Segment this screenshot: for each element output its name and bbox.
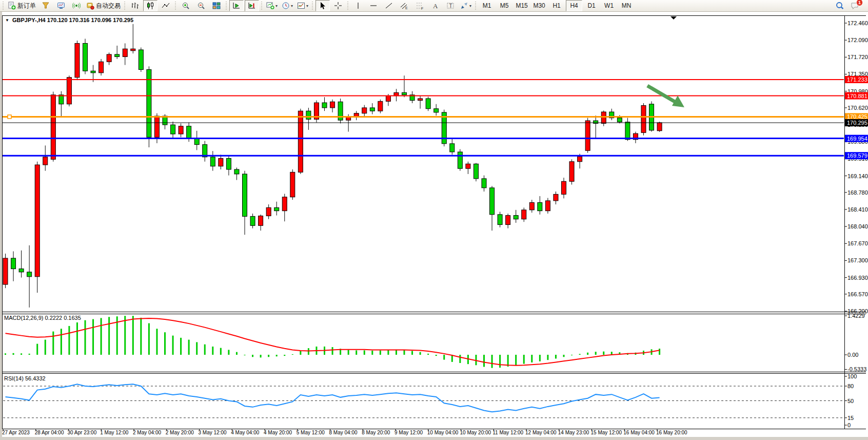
candle-body <box>538 203 542 211</box>
fibonacci-retracement-button[interactable]: F <box>412 0 427 11</box>
svg-text:172.090: 172.090 <box>847 37 868 43</box>
candle-body <box>123 49 127 56</box>
periods-button[interactable]: ▾ <box>280 0 294 11</box>
macd-histogram-bar <box>380 350 381 355</box>
svg-text:170.295: 170.295 <box>847 120 867 126</box>
tiles-icon <box>212 2 221 10</box>
newchart-icon <box>266 2 274 10</box>
styler-button[interactable] <box>38 0 53 11</box>
line-chart-button[interactable] <box>159 0 173 11</box>
toolbar-grip[interactable] <box>347 2 349 10</box>
candlestick-chart-button[interactable] <box>143 0 157 11</box>
notifications-button[interactable]: 1 <box>848 0 862 11</box>
macd-histogram-bar <box>404 350 405 355</box>
chevron-down-icon[interactable]: ▾ <box>306 4 308 8</box>
date-axis[interactable]: 27 Apr 202328 Apr 04:0030 Apr 23:001 May… <box>2 429 687 435</box>
svg-text:11 May 12:00: 11 May 12:00 <box>492 430 523 435</box>
svg-text:E: E <box>405 6 408 10</box>
candle-body <box>19 269 24 272</box>
styler-icon <box>42 2 50 10</box>
tf-m15-label: M15 <box>516 2 527 9</box>
candle-body <box>3 258 8 284</box>
macd-histogram-bar <box>101 318 102 355</box>
chart-shift-button[interactable] <box>245 0 259 11</box>
toolbar-grip[interactable] <box>174 2 176 10</box>
macd-histogram-bar <box>483 355 485 367</box>
candle-body <box>594 121 598 123</box>
candle-body <box>99 62 104 73</box>
candle-body <box>514 216 518 219</box>
svg-text:15: 15 <box>847 415 854 421</box>
arrows-button[interactable]: ▾ <box>459 0 473 11</box>
tf-m15-button[interactable]: M15 <box>514 0 530 11</box>
macd-histogram-bar <box>76 322 78 355</box>
chevron-down-icon[interactable]: ▾ <box>291 4 293 8</box>
chevron-down-icon[interactable]: ▾ <box>469 4 471 8</box>
toolbar-grip[interactable] <box>2 2 4 10</box>
macd-histogram-bar <box>563 355 565 357</box>
crosshair-button[interactable] <box>331 0 345 11</box>
auto-trading-label: 自动交易 <box>96 2 121 10</box>
zoom-out-button[interactable] <box>194 0 208 11</box>
tf-mn-button[interactable]: MN <box>618 0 635 11</box>
equidistant-channel-button[interactable]: E <box>397 0 411 11</box>
candle-body <box>298 111 303 172</box>
macd-histogram-bar <box>204 345 206 355</box>
macd-histogram-bar <box>92 319 94 355</box>
signals-button[interactable] <box>69 0 84 11</box>
macd-histogram-bar <box>148 323 150 355</box>
bar-chart-button[interactable] <box>128 0 142 11</box>
toolbar-group-zoom <box>173 0 224 11</box>
tf-d1-button[interactable]: D1 <box>583 0 600 11</box>
svg-text:172.460: 172.460 <box>847 20 868 26</box>
new-order-label: 新订单 <box>17 2 36 10</box>
toolbar-grip[interactable] <box>225 2 227 10</box>
candle-body <box>27 272 32 277</box>
toolbar-grip[interactable] <box>261 2 263 10</box>
shift-icon <box>248 2 256 10</box>
tf-m30-label: M30 <box>533 2 545 9</box>
hline-handle[interactable] <box>8 115 11 119</box>
candle-body <box>601 112 606 123</box>
macd-histogram-bar <box>236 352 238 355</box>
chart-canvas[interactable]: 172.460172.090171.720171.350170.980170.6… <box>0 12 868 440</box>
vertical-line-button[interactable] <box>351 0 365 11</box>
auto-scroll-button[interactable] <box>229 0 244 11</box>
profiles-button[interactable] <box>54 0 68 11</box>
templates-button[interactable]: ▾ <box>295 0 310 11</box>
cursor-button[interactable] <box>315 0 330 11</box>
toolbar-grip[interactable] <box>311 2 313 10</box>
toolbar-grip[interactable] <box>124 2 126 10</box>
new-order-button[interactable]: 新订单 <box>6 0 37 11</box>
new-chart-button[interactable]: ▾ <box>265 0 279 11</box>
tf-h4-button[interactable]: H4 <box>566 0 582 11</box>
macd-histogram-bar <box>132 316 134 355</box>
svg-text:166.930: 166.930 <box>847 275 868 281</box>
zoom-in-button[interactable] <box>179 0 193 11</box>
tf-m1-button[interactable]: M1 <box>479 0 495 11</box>
chevron-down-icon[interactable]: ▾ <box>275 4 278 8</box>
macd-histogram-bar <box>332 347 333 355</box>
tf-w1-button[interactable]: W1 <box>601 0 617 11</box>
toolbar-grip[interactable] <box>475 2 477 10</box>
tf-m5-button[interactable]: M5 <box>496 0 512 11</box>
tf-m30-button[interactable]: M30 <box>531 0 547 11</box>
macd-histogram-bar <box>228 350 229 355</box>
tile-windows-button[interactable] <box>209 0 224 11</box>
search-button[interactable] <box>833 0 847 11</box>
trendline-button[interactable] <box>382 0 396 11</box>
horizontal-line-button[interactable] <box>366 0 381 11</box>
candle-body <box>51 95 55 159</box>
text-label-button[interactable]: T <box>443 0 458 11</box>
svg-text:T: T <box>449 3 452 9</box>
macd-histogram-bar <box>268 355 269 357</box>
tf-h1-button[interactable]: H1 <box>548 0 565 11</box>
tf-h1-label: H1 <box>553 2 560 9</box>
auto-trading-button[interactable]: 自动交易 <box>85 0 122 11</box>
candle-body <box>474 164 478 179</box>
chart-menu-button[interactable]: ▼ <box>5 18 9 23</box>
text-button[interactable]: A <box>428 0 442 11</box>
window-left-edge <box>0 12 2 437</box>
macd-histogram-bar <box>212 347 213 355</box>
svg-text:100: 100 <box>847 373 857 379</box>
